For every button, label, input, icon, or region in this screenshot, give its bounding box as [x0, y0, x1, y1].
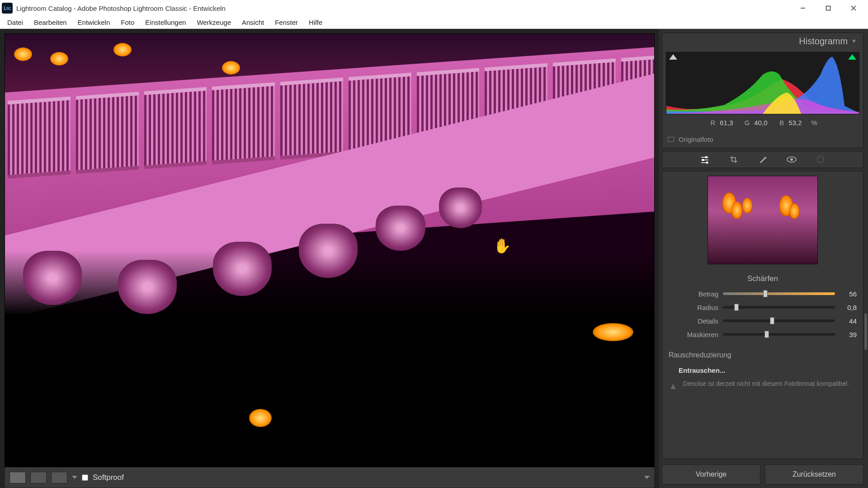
svg-rect-1 [826, 6, 830, 10]
sharpen-mask-slider[interactable]: Maskieren 39 [669, 328, 857, 341]
svg-point-12 [790, 158, 793, 161]
sharpen-section-title: Schärfen [662, 272, 863, 287]
original-photo-icon [668, 137, 674, 142]
redeye-tool-icon[interactable] [787, 155, 797, 164]
sharpen-detail-slider[interactable]: Details 44 [669, 314, 857, 328]
svg-point-9 [706, 162, 708, 164]
reset-button[interactable]: Zurücksetzen [765, 465, 863, 484]
menu-hilfe[interactable]: Hilfe [303, 16, 328, 29]
detail-panel: Schärfen Betrag 56 Radius 0,8 Details 44 [662, 171, 863, 459]
panel-scrollbar[interactable] [864, 314, 867, 350]
original-photo-label: Originalfoto [679, 136, 713, 143]
develop-toolstrip [662, 151, 863, 168]
denoise-warning-text: Denoise ist derzeit nicht mit diesem Fot… [683, 380, 849, 392]
sharpen-amount-label: Betrag [669, 290, 718, 298]
svg-point-7 [702, 159, 704, 161]
svg-point-10 [764, 157, 766, 159]
softproof-label: Softproof [93, 473, 124, 482]
noise-reduction-title: Rauschreduzierung [669, 351, 857, 366]
window-minimize-button[interactable] [790, 0, 816, 16]
window-close-button[interactable] [841, 0, 866, 16]
heal-brush-tool-icon[interactable] [758, 155, 768, 164]
softproof-checkbox[interactable] [82, 474, 88, 481]
menu-bearbeiten[interactable]: Bearbeiten [28, 16, 72, 29]
edit-sliders-tool-icon[interactable] [700, 155, 710, 164]
histogram-chart[interactable] [666, 52, 859, 114]
view-mode-dropdown-icon[interactable] [72, 476, 77, 479]
original-photo-toggle[interactable]: Originalfoto [662, 131, 863, 148]
masking-tool-icon[interactable] [816, 155, 826, 164]
menu-ansicht[interactable]: Ansicht [236, 16, 269, 29]
previous-button[interactable]: Vorherige [662, 465, 760, 484]
window-titlebar: Lrc Lightroom Catalog - Adobe Photoshop … [0, 0, 868, 16]
sharpen-amount-value: 56 [840, 290, 857, 298]
denoise-button[interactable]: Entrauschen... [679, 366, 857, 380]
secondary-toolbar: Softproof [5, 467, 655, 488]
window-title: Lightroom Catalog - Adobe Photoshop Ligh… [16, 5, 790, 12]
window-maximize-button[interactable] [816, 0, 841, 16]
sharpen-radius-slider[interactable]: Radius 0,8 [669, 300, 857, 314]
app-icon: Lrc [2, 3, 13, 14]
denoise-warning: ▲ Denoise ist derzeit nicht mit diesem F… [669, 380, 857, 392]
menu-werkzeuge[interactable]: Werkzeuge [191, 16, 236, 29]
menu-entwickeln[interactable]: Entwickeln [72, 16, 116, 29]
sharpen-mask-label: Maskieren [669, 331, 718, 338]
sharpen-mask-value: 39 [840, 331, 857, 338]
warning-icon: ▲ [669, 380, 678, 392]
menu-fenster[interactable]: Fenster [269, 16, 303, 29]
menu-datei[interactable]: Datei [2, 16, 28, 29]
sharpen-detail-label: Details [669, 317, 718, 325]
menu-einstellungen[interactable]: Einstellungen [140, 16, 191, 29]
histogram-rgb-readout: R61,3 G40,0 B53,2 % [666, 114, 859, 127]
image-preview[interactable]: ✋ [5, 33, 655, 467]
chevron-down-icon: ▼ [851, 38, 857, 44]
histogram-title: Histogramm [799, 36, 848, 47]
svg-point-5 [705, 156, 708, 159]
right-panel: Histogramm ▼ R61,3 G40 [659, 29, 868, 488]
sharpen-detail-value: 44 [840, 317, 857, 325]
svg-point-13 [817, 156, 824, 163]
view-mode-loupe-button[interactable] [9, 472, 26, 483]
sharpen-radius-label: Radius [669, 304, 718, 311]
crop-tool-icon[interactable] [729, 155, 739, 164]
menu-foto[interactable]: Foto [115, 16, 140, 29]
cursor-hand-icon: ✋ [493, 237, 511, 254]
view-mode-split-button[interactable] [51, 472, 67, 483]
toolbar-options-dropdown-icon[interactable] [644, 476, 650, 479]
sharpen-amount-slider[interactable]: Betrag 56 [669, 287, 857, 300]
detail-preview-thumbnail[interactable] [708, 176, 818, 264]
menubar: Datei Bearbeiten Entwickeln Foto Einstel… [0, 16, 868, 29]
histogram-panel-header[interactable]: Histogramm ▼ [662, 33, 863, 49]
view-mode-before-after-button[interactable] [30, 472, 47, 483]
sharpen-radius-value: 0,8 [840, 304, 857, 311]
